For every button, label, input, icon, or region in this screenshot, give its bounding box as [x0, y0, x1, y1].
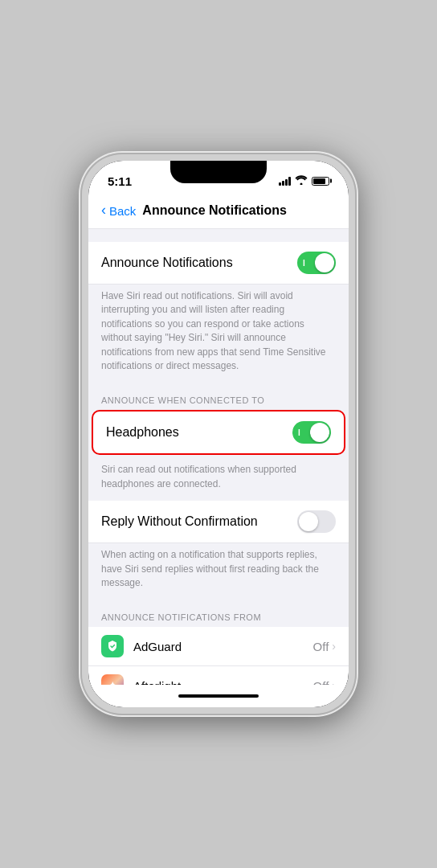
list-item[interactable]: AdGuard Off › — [88, 627, 349, 666]
battery-icon — [312, 177, 329, 186]
back-chevron-icon: ‹ — [101, 202, 106, 219]
status-time: 5:11 — [108, 174, 132, 188]
status-icons — [279, 175, 329, 187]
adguard-icon — [101, 635, 124, 657]
afterlight-status: Off — [313, 679, 329, 685]
back-button[interactable]: ‹ Back — [101, 203, 136, 219]
headphones-row: Headphones I — [92, 410, 345, 455]
reply-description: When acting on a notification that suppo… — [88, 543, 349, 600]
back-label: Back — [109, 204, 136, 218]
headphones-toggle[interactable]: I — [292, 421, 331, 444]
nav-title: Announce Notifications — [142, 203, 287, 218]
announce-notifications-label: Announce Notifications — [101, 256, 233, 270]
content-scroll[interactable]: Announce Notifications I Have Siri read … — [88, 229, 349, 685]
reply-toggle[interactable] — [297, 510, 336, 533]
signal-bars-icon — [279, 176, 291, 186]
apps-list: AdGuard Off › ✦ Afterlight Off › — [88, 627, 349, 685]
phone-frame: 5:11 — [80, 153, 357, 715]
afterlight-icon: ✦ — [101, 674, 124, 685]
headphones-section: Headphones I — [88, 410, 349, 458]
home-bar — [178, 694, 259, 698]
reply-label: Reply Without Confirmation — [101, 514, 258, 529]
battery-fill — [313, 178, 325, 184]
home-indicator — [88, 685, 349, 707]
nav-bar: ‹ Back Announce Notifications — [88, 196, 349, 229]
afterlight-chevron-icon: › — [332, 679, 336, 685]
announce-description: Have Siri read out notifications. Siri w… — [88, 285, 349, 383]
adguard-status: Off — [313, 640, 329, 653]
wifi-icon — [295, 175, 308, 187]
adguard-chevron-icon: › — [332, 640, 336, 653]
from-header: ANNOUNCE NOTIFICATIONS FROM — [88, 600, 349, 627]
headphones-label: Headphones — [106, 425, 179, 440]
list-item[interactable]: ✦ Afterlight Off › — [88, 666, 349, 685]
announce-notifications-row: Announce Notifications I — [88, 242, 349, 285]
phone-inner: 5:11 — [88, 161, 349, 707]
screen: 5:11 — [88, 161, 349, 707]
connected-to-header: ANNOUNCE WHEN CONNECTED TO — [88, 383, 349, 410]
afterlight-name: Afterlight — [133, 679, 313, 685]
headphones-description: Siri can read out notifications when sup… — [88, 458, 349, 501]
adguard-name: AdGuard — [133, 640, 313, 653]
reply-row: Reply Without Confirmation — [88, 501, 349, 543]
notch — [170, 161, 267, 183]
announce-notifications-toggle[interactable]: I — [297, 252, 336, 274]
